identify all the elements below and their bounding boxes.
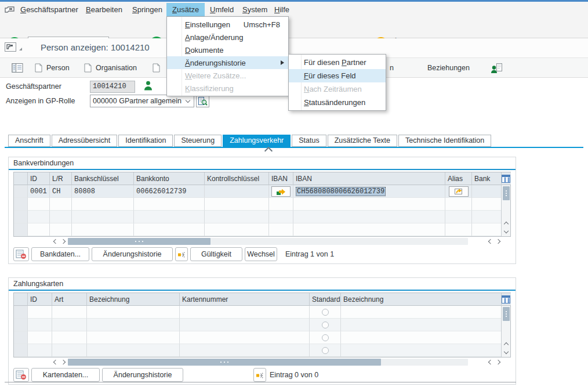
- card-header-row: ID Art Bezeichnung Kartennummer Standard…: [14, 293, 501, 306]
- gueltigkeit-button[interactable]: Gültigkeit: [190, 247, 242, 261]
- scrollbar-thumb[interactable]: [503, 307, 510, 321]
- scroll-left-icon[interactable]: [485, 237, 494, 245]
- menubar-item-bearbeiten[interactable]: Bearbeiten: [80, 3, 128, 17]
- gruppe-button[interactable]: [150, 61, 163, 75]
- role-display-icon[interactable]: [196, 95, 209, 107]
- horizontal-scrollbar[interactable]: [13, 358, 511, 367]
- scroll-left-icon[interactable]: [50, 237, 59, 245]
- menu-item-aenderungshistorie[interactable]: Änderungshistorie: [167, 56, 288, 69]
- bank-empty-row[interactable]: [14, 211, 501, 223]
- tab-steuerung[interactable]: Steuerung: [174, 135, 222, 147]
- scroll-left-icon[interactable]: [50, 358, 59, 366]
- scroll-up-icon[interactable]: [502, 340, 511, 348]
- horizontal-scrollbar[interactable]: [13, 237, 511, 246]
- section-rule: [9, 290, 516, 291]
- wechsel-button[interactable]: Wechsel: [245, 247, 277, 261]
- organisation-button[interactable]: Organisation: [81, 61, 139, 75]
- bank-table-row[interactable]: 0001 CH 80808 006626012739 CH56808080066…: [14, 185, 501, 198]
- tab-status[interactable]: Status: [292, 135, 326, 147]
- tab-zusaetzliche-texte[interactable]: Zusätzliche Texte: [328, 135, 397, 147]
- iban-cell[interactable]: CH5680808006626012739: [293, 185, 445, 198]
- entry-navigation-icon[interactable]: [253, 368, 266, 382]
- scroll-right-icon[interactable]: [494, 358, 503, 366]
- tab-anschrift[interactable]: Anschrift: [8, 135, 50, 147]
- bankdaten-button[interactable]: Bankdaten...: [31, 247, 89, 261]
- menubar-item-umfeld[interactable]: Umfeld: [204, 3, 239, 17]
- aenderungshistorie-submenu: Für diesen Partner Für dieses Feld Nach …: [288, 54, 386, 111]
- menu-item-weitere-zusaetze[interactable]: Weitere Zusätze...: [167, 69, 288, 82]
- kartendaten-button[interactable]: Kartendaten...: [31, 368, 100, 382]
- scroll-left-icon[interactable]: [485, 358, 494, 366]
- card-empty-row[interactable]: [14, 319, 501, 331]
- iban-value[interactable]: CH5680808006626012739: [296, 187, 386, 196]
- role-combobox[interactable]: 000000 GPartner allgemein: [90, 95, 194, 107]
- scrollbar-thumb[interactable]: [503, 186, 510, 200]
- standard-radio[interactable]: [322, 322, 329, 328]
- menu-item-einstellungen[interactable]: Einstellungen Umsch+F8: [167, 18, 288, 31]
- entry-navigation-icon[interactable]: [175, 247, 188, 261]
- tab-technische-identifikation[interactable]: Technische Identifikation: [398, 135, 491, 147]
- standard-radio[interactable]: [322, 334, 329, 341]
- tab-underline: [5, 147, 583, 148]
- card-empty-row[interactable]: [14, 344, 501, 357]
- bank-entry-info: Eintrag 1 von 1: [285, 250, 334, 258]
- scroll-right-icon[interactable]: [59, 358, 68, 366]
- delete-row-icon[interactable]: [13, 368, 29, 382]
- standard-radio[interactable]: [322, 347, 329, 354]
- menubar-item-geschaeftspartner[interactable]: Geschäftspartner: [14, 3, 84, 17]
- menubar-item-hilfe[interactable]: Hilfe: [268, 3, 295, 17]
- scroll-right-icon[interactable]: [494, 237, 503, 245]
- scrollbar-track[interactable]: [68, 238, 468, 245]
- submenu-item-statusaenderungen[interactable]: Statusänderungen: [289, 96, 386, 109]
- scroll-right-icon[interactable]: [59, 237, 68, 245]
- menubar-item-system[interactable]: System: [237, 3, 273, 17]
- aenderungshistorie-button[interactable]: Änderungshistorie: [92, 247, 173, 261]
- scroll-down-icon[interactable]: [502, 348, 511, 357]
- menubar-item-zusaetze[interactable]: Zusätze: [166, 3, 205, 17]
- bank-empty-row[interactable]: [14, 223, 501, 236]
- person-button[interactable]: Person: [32, 61, 72, 75]
- partner-value-field[interactable]: 10014210: [90, 81, 135, 93]
- vertical-scrollbar[interactable]: [501, 293, 510, 357]
- scroll-up-icon[interactable]: [502, 219, 511, 228]
- bank-empty-row[interactable]: [14, 198, 501, 211]
- alias-window-icon[interactable]: [449, 186, 469, 197]
- table-settings-icon[interactable]: [502, 293, 511, 306]
- bank-header-row: ID L/R Bankschlüssel Bankkonto Kontrolls…: [14, 172, 501, 185]
- tab-adressuebersicht[interactable]: Adressübersicht: [52, 135, 118, 147]
- document-icon: [34, 63, 43, 73]
- partial-button-fragment[interactable]: n: [387, 61, 396, 75]
- submenu-item-nach-zeitraeumen[interactable]: Nach Zeiträumen: [289, 82, 386, 96]
- menubar-item-springen[interactable]: Springen: [126, 3, 168, 17]
- relations-icon[interactable]: [488, 61, 505, 75]
- locator-toggle-icon[interactable]: [9, 61, 26, 75]
- scrollbar-track[interactable]: [68, 359, 468, 366]
- scroll-down-icon[interactable]: [502, 228, 511, 236]
- tab-identifikation[interactable]: Identifikation: [118, 135, 173, 147]
- role-label: Anzeigen in GP-Rolle: [6, 97, 75, 105]
- tab-zahlungsverkehr[interactable]: Zahlungsverkehr: [223, 135, 291, 147]
- card-empty-row[interactable]: [14, 306, 501, 319]
- vertical-scrollbar[interactable]: [501, 172, 510, 236]
- iban-display-icon[interactable]: [271, 186, 291, 197]
- row-selector[interactable]: [14, 185, 28, 198]
- card-empty-row[interactable]: [14, 331, 501, 344]
- submenu-item-fuer-diesen-partner[interactable]: Für diesen Partner: [289, 56, 386, 69]
- delete-row-icon[interactable]: [13, 247, 29, 261]
- aenderungshistorie-button[interactable]: Änderungshistorie: [102, 368, 183, 382]
- bank-button-row: Bankdaten... Änderungshistorie Gültigkei…: [13, 250, 516, 263]
- document-icon: [152, 63, 161, 73]
- scrollbar-thumb[interactable]: [68, 238, 210, 245]
- scrollbar-thumb[interactable]: [68, 359, 381, 366]
- layout-menu-icon[interactable]: [5, 42, 24, 55]
- beziehungen-button[interactable]: Beziehungen: [425, 61, 472, 75]
- system-toolbar: ✓ « « ★ ? ⚙⚙: [0, 16, 588, 38]
- card-section-title: Zahlungskarten: [9, 278, 516, 290]
- menu-item-dokumente[interactable]: Dokumente: [167, 44, 288, 56]
- menu-item-anlage-aenderung[interactable]: Anlage/Änderung: [167, 31, 288, 44]
- standard-radio[interactable]: [322, 309, 329, 316]
- submenu-item-fuer-dieses-feld[interactable]: Für dieses Feld: [289, 69, 386, 82]
- system-menu-icon[interactable]: [5, 6, 15, 15]
- menu-item-klassifizierung[interactable]: Klassifizierung: [167, 82, 288, 95]
- table-settings-icon[interactable]: [502, 172, 511, 185]
